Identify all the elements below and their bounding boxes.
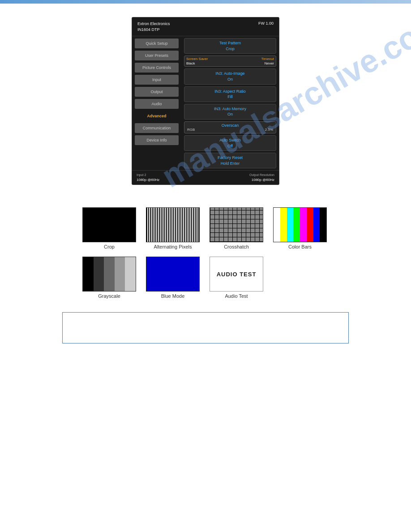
pattern-preview-blue	[146, 257, 200, 292]
pattern-label-blue: Blue Mode	[161, 293, 185, 299]
pattern-label-crop: Crop	[104, 244, 115, 249]
factory-reset-label: Factory Reset	[218, 155, 243, 160]
auto-memory-value: On	[187, 112, 273, 117]
screen-saver-label: Screen Saver	[186, 57, 208, 61]
device-header: Extron Electronics IN1604 DTP FW 1.00	[132, 17, 279, 36]
auto-memory-label: IN3: Auto Memory	[214, 107, 246, 111]
pattern-label-crosshatch: Crosshatch	[224, 244, 249, 249]
pattern-item-colorbars: Color Bars	[271, 207, 329, 249]
sidebar-item-device-info[interactable]: Device Info	[135, 135, 179, 145]
test-pattern-grid-row2: Grayscale Blue Mode AUDIO TEST Audio Tes…	[80, 257, 331, 299]
factory-reset-value: Hold Enter	[187, 161, 273, 167]
pattern-label-grayscale: Grayscale	[98, 293, 120, 299]
aspect-ratio-button[interactable]: IN3: Aspect Ratio Fill	[184, 86, 276, 102]
colorbar-cyan	[287, 208, 294, 242]
screen-saver-timeout-value: Never	[265, 61, 274, 65]
sidebar-item-advanced[interactable]: Advanced	[135, 111, 179, 121]
footer-input: Input 2 1080p @60Hz	[137, 173, 159, 182]
device-footer: Input 2 1080p @60Hz Output Resolution 10…	[132, 170, 279, 184]
test-pattern-grid-row1: Crop Alternating Pixels Crosshatch	[80, 207, 331, 249]
footer-input-label: Input 2	[137, 173, 159, 177]
pattern-preview-colorbars	[273, 207, 327, 242]
firmware-label: FW 1.00	[258, 21, 274, 26]
aspect-ratio-label: IN3: Aspect Ratio	[214, 89, 246, 94]
aspect-ratio-value: Fill	[187, 94, 273, 100]
colorbar-magenta	[300, 208, 307, 242]
grayscale-block-1	[83, 257, 94, 291]
overscan-label: Overscan	[187, 123, 273, 128]
colorbar-green	[293, 208, 300, 242]
test-pattern-button[interactable]: Test Pattern Crop	[184, 38, 276, 54]
pattern-label-alt-pixels: Alternating Pixels	[154, 244, 192, 249]
device-body: Quick Setup User Presets Picture Control…	[132, 36, 279, 170]
sidebar-item-user-presets[interactable]: User Presets	[135, 51, 179, 60]
colorbar-blue	[313, 208, 320, 242]
content-panel: Test Pattern Crop Screen Saver Timeout B…	[181, 36, 279, 170]
note-box	[62, 312, 349, 343]
test-pattern-section: Crop Alternating Pixels Crosshatch	[80, 207, 331, 299]
pattern-item-blue: Blue Mode	[144, 257, 202, 299]
auto-switch-value: Off	[187, 143, 273, 149]
test-pattern-value: Crop	[187, 46, 273, 52]
colorbar-red	[307, 208, 313, 242]
pattern-item-alt-pixels: Alternating Pixels	[144, 207, 202, 249]
pattern-item-crop: Crop	[80, 207, 138, 249]
auto-image-value: On	[187, 77, 273, 82]
nav-sidebar: Quick Setup User Presets Picture Control…	[132, 36, 181, 170]
factory-reset-button[interactable]: Factory Reset Hold Enter	[184, 153, 276, 168]
sidebar-item-input[interactable]: Input	[135, 75, 179, 85]
screen-saver-timeout-label: Timeout	[261, 57, 274, 61]
screen-saver-button[interactable]: Screen Saver Timeout Black Never	[184, 56, 276, 67]
pattern-item-grayscale: Grayscale	[80, 257, 138, 299]
footer-output-label: Output Resolution	[249, 173, 274, 177]
test-pattern-label: Test Pattern	[219, 41, 241, 45]
grayscale-block-5	[125, 257, 136, 291]
pattern-preview-crop	[82, 207, 136, 242]
colorbar-white	[274, 208, 280, 242]
grayscale-block-4	[115, 257, 125, 291]
overscan-button[interactable]: Overscan RGB 2.5%	[184, 121, 276, 133]
sidebar-item-communication[interactable]: Communication	[135, 123, 179, 133]
pattern-label-audio-test: Audio Test	[225, 293, 248, 299]
device-panel: Extron Electronics IN1604 DTP FW 1.00 Qu…	[132, 17, 279, 185]
footer-output: Output Resolution 1080p @60Hz	[249, 173, 274, 182]
main-content: Extron Electronics IN1604 DTP FW 1.00 Qu…	[0, 4, 411, 352]
sidebar-item-audio[interactable]: Audio	[135, 99, 179, 109]
pattern-preview-alt-pixels	[146, 207, 200, 242]
sidebar-item-output[interactable]: Output	[135, 87, 179, 97]
colorbar-yellow	[280, 208, 287, 242]
pattern-label-colorbars: Color Bars	[288, 244, 312, 249]
grayscale-block-2	[94, 257, 104, 291]
overscan-value: 2.5%	[265, 128, 273, 132]
screen-saver-value: Black	[186, 61, 195, 65]
top-bar	[0, 0, 411, 4]
auto-switch-label: Auto Switch	[219, 138, 241, 142]
model-name: IN1604 DTP	[137, 27, 170, 33]
sidebar-item-quick-setup[interactable]: Quick Setup	[135, 39, 179, 48]
pattern-item-crosshatch: Crosshatch	[207, 207, 265, 249]
sidebar-item-picture-controls[interactable]: Picture Controls	[135, 63, 179, 73]
footer-output-value: 1080p @60Hz	[249, 177, 274, 182]
auto-image-button[interactable]: IN3: Auto-Image On	[184, 69, 276, 84]
overscan-sub-label: RGB	[187, 128, 195, 132]
pattern-preview-crosshatch	[210, 207, 263, 242]
auto-memory-button[interactable]: IN3: Auto Memory On	[184, 104, 276, 120]
colorbar-black	[320, 208, 326, 242]
device-header-left: Extron Electronics IN1604 DTP	[137, 21, 170, 32]
brand-name: Extron Electronics	[137, 21, 170, 27]
auto-switch-button[interactable]: Auto Switch Off	[184, 135, 276, 151]
auto-image-label: IN3: Auto-Image	[215, 71, 244, 76]
pattern-preview-audio-test: AUDIO TEST	[210, 257, 263, 292]
footer-input-value: 1080p @60Hz	[137, 177, 159, 182]
pattern-item-audio-test: AUDIO TEST Audio Test	[207, 257, 265, 299]
pattern-preview-grayscale	[82, 257, 136, 292]
grayscale-block-3	[104, 257, 115, 291]
